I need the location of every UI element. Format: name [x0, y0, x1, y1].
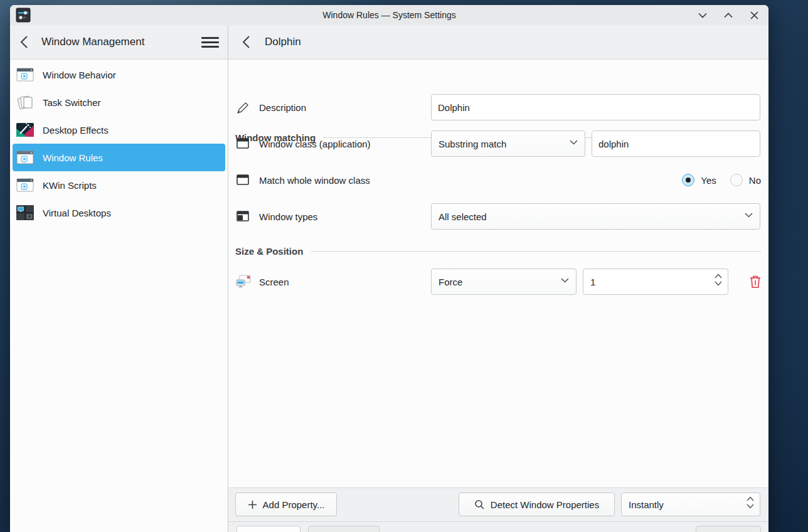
sidebar-item-label: Virtual Desktops	[43, 208, 111, 218]
window-class-match-mode-dropdown[interactable]: Substring match	[431, 130, 585, 157]
footer-button-1[interactable]	[237, 526, 300, 532]
menu-icon[interactable]	[201, 35, 219, 49]
chevron-down-icon	[570, 140, 578, 145]
radio-no-label: No	[749, 175, 761, 186]
sidebar-item-window-behavior[interactable]: Window Behavior	[13, 61, 225, 88]
sidebar-item-kwin-scripts[interactable]: KWin Scripts	[13, 171, 225, 199]
close-button[interactable]	[750, 11, 758, 19]
actions-bar: Add Property... Detect Window Properties…	[228, 487, 768, 521]
window-class-icon	[235, 136, 250, 152]
sidebar-item-label: KWin Scripts	[43, 180, 97, 191]
main-back-button[interactable]	[242, 36, 253, 48]
footer-button-2[interactable]	[308, 526, 380, 532]
radio-yes-label: Yes	[701, 175, 716, 186]
footer-button-3[interactable]	[696, 526, 761, 532]
radio-no[interactable]	[730, 174, 743, 186]
footer-strip	[228, 521, 768, 532]
sidebar-header: Window Management	[10, 25, 228, 59]
sidebar-item-label: Desktop Effects	[43, 125, 109, 136]
titlebar[interactable]: Window Rules — System Settings	[10, 5, 768, 25]
edit-pencil-icon	[235, 99, 250, 115]
system-settings-window: Window Rules — System Settings Window Ma…	[10, 5, 768, 532]
sidebar-item-virtual-desktops[interactable]: Virtual Desktops	[13, 199, 225, 226]
sidebar-back-button[interactable]	[20, 36, 31, 48]
section-title: Size & Position	[235, 246, 303, 257]
sidebar-item-task-switcher[interactable]: Task Switcher	[13, 88, 225, 116]
search-icon	[474, 499, 485, 510]
sidebar-item-label: Task Switcher	[43, 97, 101, 108]
add-property-button[interactable]: Add Property...	[235, 492, 337, 516]
window-class-label: Window class (application)	[259, 139, 371, 149]
spin-down-icon	[747, 504, 754, 509]
main-header: Dolphin	[228, 25, 768, 59]
header-row: Window Management Dolphin	[10, 25, 768, 60]
description-input[interactable]	[431, 94, 760, 120]
section-divider	[311, 251, 761, 252]
window-class-row: Window class (application) Substring mat…	[235, 130, 761, 157]
maximize-button[interactable]	[724, 11, 733, 19]
description-row: Description	[235, 94, 761, 120]
radio-yes[interactable]	[682, 174, 694, 186]
window-types-label: Window types	[259, 211, 317, 222]
page-title: Dolphin	[265, 36, 301, 48]
match-whole-class-label: Match whole window class	[259, 175, 370, 186]
description-label: Description	[259, 102, 306, 113]
chevron-down-icon	[745, 213, 753, 218]
match-whole-class-row: Match whole window class Yes No	[235, 167, 761, 193]
screen-icon	[235, 274, 250, 290]
section-size-position: Size & Position	[235, 243, 761, 258]
sidebar-title: Window Management	[41, 36, 144, 48]
delete-property-button[interactable]	[747, 274, 763, 290]
sidebar-item-window-rules[interactable]: Window Rules	[13, 144, 225, 171]
minimize-button[interactable]	[698, 11, 707, 19]
detect-window-properties-button[interactable]: Detect Window Properties	[459, 492, 615, 516]
apply-timing-spinner[interactable]: Instantly	[621, 492, 760, 516]
screen-row: Screen Force 1	[235, 269, 761, 295]
kwin-scripts-icon	[15, 175, 35, 195]
spin-down-icon	[715, 281, 722, 286]
window-types-icon	[235, 208, 250, 225]
window-class-value-input[interactable]	[592, 130, 760, 157]
sidebar: Window Behavior Task Switcher	[10, 60, 228, 532]
screen-label: Screen	[259, 277, 289, 287]
spin-up-icon	[747, 496, 754, 501]
window-types-row: Window types All selected	[235, 203, 761, 230]
sidebar-item-label: Window Behavior	[43, 70, 116, 80]
window-rules-icon	[15, 147, 35, 168]
plus-icon	[248, 500, 257, 509]
chevron-down-icon	[561, 278, 569, 283]
desktop-effects-icon	[15, 120, 35, 140]
sidebar-item-label: Window Rules	[43, 152, 103, 163]
match-whole-radio-group: Yes No	[682, 174, 761, 186]
spin-up-icon	[715, 274, 722, 279]
sidebar-item-desktop-effects[interactable]: Desktop Effects	[13, 116, 225, 144]
virtual-desktops-icon	[15, 203, 35, 223]
task-switcher-icon	[15, 92, 35, 112]
window-title: Window Rules — System Settings	[10, 5, 768, 25]
window-types-dropdown[interactable]: All selected	[431, 203, 760, 230]
window-behavior-icon	[15, 65, 35, 85]
rule-editor-pane: Window matching Description	[228, 60, 768, 532]
screen-rule-dropdown[interactable]: Force	[431, 269, 577, 295]
screen-number-spinbox[interactable]: 1	[583, 269, 728, 295]
window-outline-icon	[235, 172, 250, 188]
